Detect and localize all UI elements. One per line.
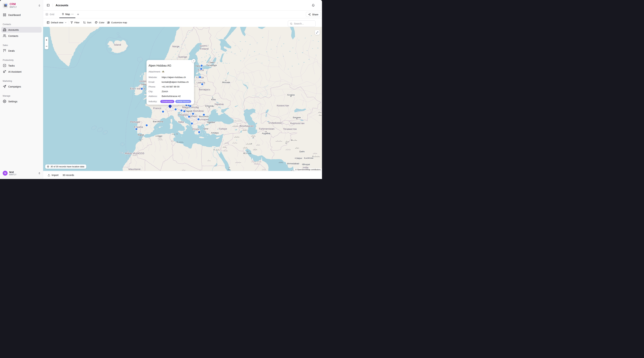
svg-text:Azərbaycan: Azərbaycan — [240, 124, 254, 127]
svg-text:Norge: Norge — [172, 45, 180, 48]
svg-text:Санкт-: Санкт- — [208, 61, 216, 64]
svg-text:Jaipur: Jaipur — [296, 157, 302, 159]
svg-text:España: España — [134, 125, 143, 128]
svg-text:Antalya: Antalya — [211, 131, 219, 134]
svg-text:Portugal: Portugal — [130, 120, 140, 123]
svg-text:Ísland: Ísland — [114, 43, 121, 46]
svg-text:Lucknow: Lucknow — [304, 157, 314, 159]
svg-text:Точикистон: Точикистон — [283, 127, 297, 130]
svg-text:Rabat: Rabat — [138, 134, 144, 136]
svg-text:Finland: Finland — [200, 47, 208, 50]
svg-text:Київ: Київ — [211, 98, 216, 101]
svg-text:France: France — [153, 107, 161, 110]
svg-text:Ελλάς: Ελλάς — [192, 128, 200, 130]
svg-text:Chișinău: Chișinău — [205, 105, 214, 107]
svg-text:O'zbekiston: O'zbekiston — [268, 121, 282, 124]
svg-text:România: România — [193, 109, 204, 112]
svg-text:Alger: Alger — [157, 135, 162, 137]
svg-text:İzmir: İzmir — [204, 127, 208, 130]
svg-text:Hrvatska: Hrvatska — [178, 113, 189, 116]
svg-text:Suomi /: Suomi / — [200, 44, 208, 47]
svg-text:Maroc ИЦЧОΣΘ: Maroc ИЦЧОΣΘ — [125, 152, 144, 155]
svg-text:İstanbul: İstanbul — [207, 121, 215, 123]
svg-text:HOLZBAU: HOLZBAU — [162, 72, 164, 73]
svg-text:Sverige: Sverige — [178, 55, 187, 58]
svg-text:Петербург: Петербург — [206, 64, 217, 67]
svg-text:Aşgabat: Aşgabat — [262, 132, 270, 135]
svg-text:Україна: Україна — [214, 103, 224, 106]
svg-text:Кыргызстан: Кыргызстан — [290, 122, 304, 125]
svg-text:Türkmenistan: Türkmenistan — [258, 127, 274, 130]
svg-text:Lietuva: Lietuva — [197, 81, 205, 84]
svg-text:Zagreb: Zagreb — [185, 110, 192, 112]
svg-text:Barcelona: Barcelona — [153, 120, 163, 123]
svg-text:Казахстан: Казахстан — [277, 104, 289, 107]
svg-text:Bhopal: Bhopal — [303, 163, 310, 166]
svg-text:Москва: Москва — [222, 81, 230, 84]
svg-text:Беларусь: Беларусь — [199, 88, 210, 91]
svg-text:Ahmedabad: Ahmedabad — [287, 162, 299, 165]
svg-text:Italia: Italia — [178, 120, 184, 123]
svg-text:Türkiye: Türkiye — [218, 127, 227, 130]
svg-text:Mauritanie: Mauritanie — [128, 168, 140, 170]
svg-text:Delhi: Delhi — [300, 150, 305, 153]
